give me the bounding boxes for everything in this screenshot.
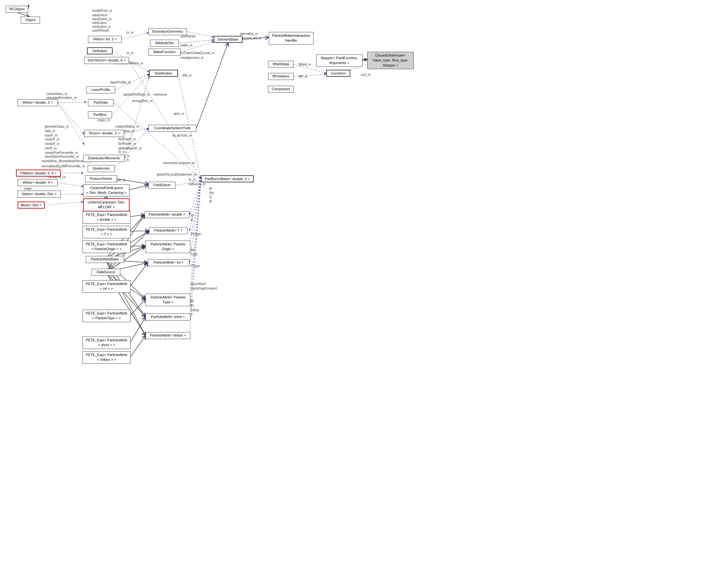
node-ParticleAttribDouble: ParticleAttrib< double > [145,211,189,218]
edge-label: globalMeanR_m [118,147,142,150]
edge-label: RefPartP_m [118,138,135,141]
edge-label: R [191,218,193,222]
svg-line-21 [189,181,201,336]
edge-label: Q [209,195,212,199]
svg-line-53 [125,77,149,159]
edge-label: ninetyFivePercentile_m [45,151,78,154]
edge-label: P [191,313,193,316]
node-VektorDouble4: Vektor< double, 4 > [18,179,58,186]
node-Tenzor3: Tenzor< double, 3 > [84,130,124,137]
edge-label: RefPartR_m [118,142,136,146]
node-PartBunchBase3: PartBunchBase< double, 3 > [201,175,254,182]
node-BoundaryGeometry: BoundaryGeometry [148,28,187,35]
node-ParticleAttribVektor: ParticleAttrib< Vektor > [146,332,190,339]
node-PETE_int: PETE_Expr< ParticleAttrib < int > > [83,280,130,293]
node-Object: Object [21,17,40,24]
svg-line-50 [130,185,148,190]
node-SymTenzor: SymTenzor< double, 6 > [84,57,129,64]
node-PETE_Vektor: PETE_Expr< ParticleAttrib < Vektor > > [83,351,130,364]
edge-label: dt [209,200,212,203]
node-Stepper: Stepper< FieldFunction, Arguments > [316,55,362,67]
edge-label: maxP_m [45,134,57,137]
node-PETE_ParticleOrigin: PETE_Expr< ParticleAttrib < ParticleOrig… [83,240,130,253]
node-Component: Component [268,86,294,93]
svg-line-26 [130,299,146,315]
edge-label: fs_m [189,178,196,182]
edge-label: Bin [191,248,195,252]
svg-line-25 [130,262,148,286]
node-ParticleAttribInt: ParticleAttrib< int > [148,259,189,266]
edge-label: PType [191,264,199,268]
node-DataSource: DataSource [91,269,120,276]
edge-label: geometricEps_m [45,125,69,128]
edge-label: Eftmp [191,309,199,312]
edge-label: reference [153,93,167,96]
edge-label: pbin_m [174,112,184,115]
edge-label: TriID [191,253,197,256]
svg-line-44 [58,103,84,134]
edge-label: BP_m [299,75,308,78]
node-Cyclotron: Cyclotron [326,70,350,77]
edge-label: Phi [209,191,214,195]
svg-line-28 [130,336,146,357]
edge-label: toLabTrafo_m [172,134,192,137]
edge-label: minExtent [92,21,106,25]
edge-label: cycl_m [361,73,371,77]
node-RCObject: RCObject [6,6,28,13]
edge-label: Ef [191,304,193,308]
svg-line-45 [58,103,84,145]
svg-line-17 [189,181,201,246]
edge-label: bunchNum [191,282,206,286]
edge-label: laserProfile_m [110,81,131,84]
node-BPositions: BPositions [268,73,294,80]
svg-line-27 [130,317,146,342]
edge-label: wake_m [181,43,192,47]
svg-line-22 [130,215,145,216]
edge-label: dist_m [182,74,192,77]
node-ParticleAttribParticleType: ParticleAttrib< Particle Type > [146,294,190,306]
node-PETE_T: PETE_Expr< ParticleAttrib < T > > [83,226,130,238]
svg-line-14 [122,33,148,39]
node-UniformCartesian: UniformCartesian< Dim, MFLOAT > [83,198,130,211]
diagram-container: RCObjectObjectVektor< int, 3 >Definition… [0,0,715,588]
svg-line-43 [58,102,86,103]
node-Distribution: Distribution [149,70,178,77]
node-FieldSolver: FieldSolver [148,182,176,189]
node-VektorDouble3: Vektor< double, 3 > [18,99,58,106]
svg-line-33 [105,259,146,299]
svg-line-23 [130,231,149,231]
edge-label: ID [191,214,194,217]
node-PETE_double: PETE_Expr< ParticleAttrib < double > > [83,211,130,224]
edge-label: minR_m [45,147,57,150]
edge-label: hr_m [118,150,126,154]
edge-label: origin [24,187,32,190]
edge-label: minExtent_m [92,25,111,28]
node-ParticleAttribBase: ParticleAttribBase [86,256,124,263]
node-Quaternion: Quaternion [88,165,115,172]
edge-label: Bf [191,299,193,303]
edge-label: element_ref_m [240,37,261,40]
node-VektorInt3: Vektor< int, 3 > [88,36,122,43]
svg-line-3 [179,40,214,43]
node-CenteredFieldLayout: CenteredFieldLayout < Dim, Mesh, Centeri… [83,184,130,197]
node-PartData: PartData [88,99,113,106]
edge-label: meanR_m [45,142,60,146]
edge-label: halo_m [45,129,55,133]
edge-label: globalToLocalQuaternion_m [157,173,197,176]
edge-label: csTrafoGlobal2Local_m [181,51,214,55]
node-VektorDoubleDim: Vektor< double, Dim > [18,191,61,198]
edge-label: momentsComputer_m [163,161,195,165]
node-PoissonSolver: PoissonSolver [85,175,117,182]
node-ParticleAttribShort: ParticleAttrib< short > [146,314,190,320]
node-AttributeSet: AttributeSet [150,40,179,47]
edge-label: insidePoint_m [92,9,112,13]
node-ElementBase: ElementBase [214,36,243,43]
node-FMatrix: FMatrix< double, 6, 6 > [16,170,61,176]
edge-label: itsBunch_m [189,182,205,186]
node-LaserProfile: LaserProfile [86,86,115,93]
node-DistributionMoments: DistributionMoments [83,155,125,162]
node-PETE_short: PETE_Expr< ParticleAttrib < short > > [83,337,130,349]
edge-label: nr_m [126,51,134,55]
edge-label: sizeOfVoxel [92,29,109,32]
edge-label: POrigin [191,232,201,236]
